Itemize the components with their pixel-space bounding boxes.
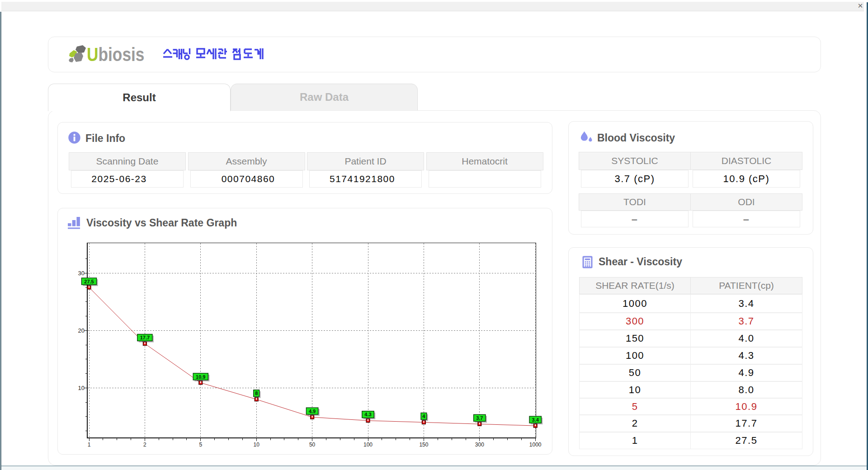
svg-text:4.3: 4.3 xyxy=(364,412,371,417)
svg-text:50: 50 xyxy=(309,442,316,448)
svg-text:100: 100 xyxy=(363,442,373,448)
svg-text:27.5: 27.5 xyxy=(84,279,94,284)
svg-text:8: 8 xyxy=(255,390,258,396)
svg-text:10.9: 10.9 xyxy=(196,374,205,380)
svg-text:3.7: 3.7 xyxy=(476,415,483,421)
svg-text:150: 150 xyxy=(419,442,428,448)
svg-text:5: 5 xyxy=(199,442,202,448)
svg-text:300: 300 xyxy=(475,442,484,448)
svg-text:30: 30 xyxy=(78,270,85,277)
svg-text:10: 10 xyxy=(78,385,85,391)
svg-text:1000: 1000 xyxy=(529,442,542,448)
svg-text:20: 20 xyxy=(78,327,85,334)
svg-text:10: 10 xyxy=(254,442,260,448)
svg-text:4: 4 xyxy=(422,414,425,419)
svg-text:3.4: 3.4 xyxy=(532,417,539,423)
svg-text:1: 1 xyxy=(88,442,91,448)
svg-text:2: 2 xyxy=(143,442,146,448)
svg-text:17.7: 17.7 xyxy=(140,335,150,340)
svg-text:4.9: 4.9 xyxy=(309,409,316,414)
